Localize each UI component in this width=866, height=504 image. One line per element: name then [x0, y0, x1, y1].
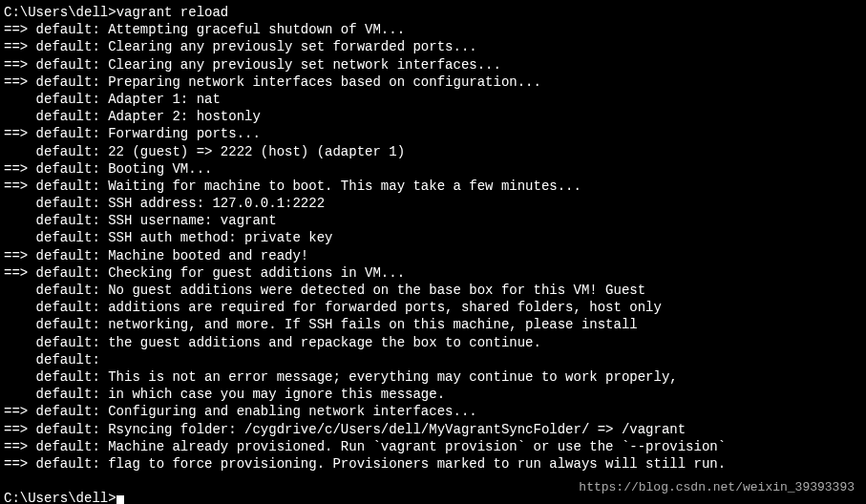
terminal-output-line: default: This is not an error message; e…: [4, 368, 862, 386]
terminal-output-line: default: networking, and more. If SSH fa…: [4, 316, 862, 333]
terminal-output-line: ==> default: Machine already provisioned…: [4, 438, 862, 455]
terminal-output-line: ==> default: Machine booted and ready!: [4, 247, 862, 264]
terminal-output-line: default: SSH auth method: private key: [4, 229, 862, 246]
terminal-output-line: default: 22 (guest) => 2222 (host) (adap…: [4, 143, 862, 160]
terminal-output-line: default: additions are required for forw…: [4, 299, 862, 316]
terminal-output-line: ==> default: Configuring and enabling ne…: [4, 403, 862, 420]
terminal-output-line: default: Adapter 2: hostonly: [4, 108, 862, 125]
terminal-output-line: default: SSH address: 127.0.0.1:2222: [4, 195, 862, 212]
terminal-output-line: default: in which case you may ignore th…: [4, 386, 862, 403]
terminal-output-line: default: the guest additions and repacka…: [4, 334, 862, 351]
terminal-output-line: ==> default: Clearing any previously set…: [4, 38, 862, 55]
terminal-output-line: ==> default: Preparing network interface…: [4, 74, 862, 91]
terminal-output-line: default: No guest additions were detecte…: [4, 282, 862, 299]
terminal-output-line: ==> default: Checking for guest addition…: [4, 264, 862, 282]
terminal-output-line: ==> default: Booting VM...: [4, 160, 862, 178]
watermark: https://blog.csdn.net/weixin_39393393: [579, 480, 855, 496]
terminal-output-line: ==> default: Forwarding ports...: [4, 125, 862, 142]
terminal-output-line: ==> default: Waiting for machine to boot…: [4, 178, 862, 195]
command: vagrant reload: [116, 5, 229, 20]
cursor-icon: [116, 495, 124, 504]
terminal-output-line: ==> default: flag to force provisioning.…: [4, 455, 862, 472]
terminal-output-line: default:: [4, 351, 862, 368]
terminal-output-line: ==> default: Clearing any previously set…: [4, 56, 862, 74]
terminal-output-line: ==> default: Rsyncing folder: /cygdrive/…: [4, 421, 862, 438]
terminal-output-line: default: SSH username: vagrant: [4, 212, 862, 229]
terminal-output-line: ==> default: Attempting graceful shutdow…: [4, 21, 862, 38]
terminal-prompt-line: C:\Users\dell>vagrant reload: [4, 4, 862, 21]
prompt: C:\Users\dell>: [4, 5, 116, 20]
prompt: C:\Users\dell>: [4, 491, 116, 504]
terminal-output-line: default: Adapter 1: nat: [4, 91, 862, 108]
